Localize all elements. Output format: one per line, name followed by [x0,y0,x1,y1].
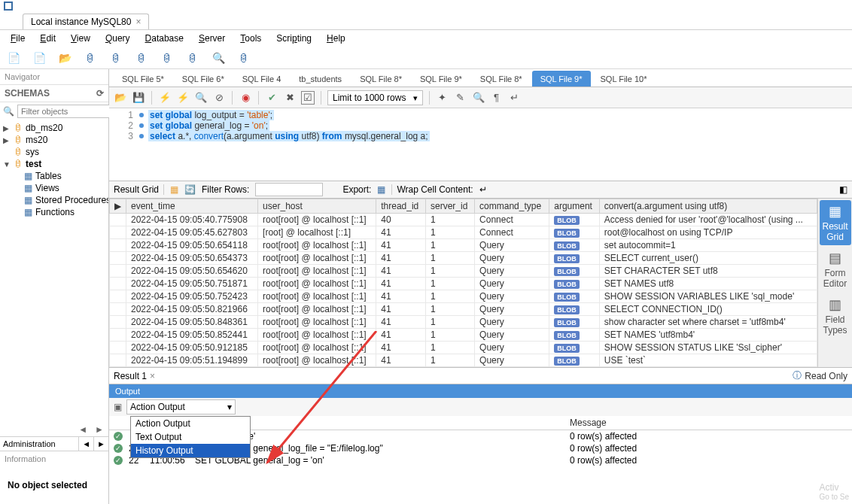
refresh-icon[interactable]: ⟳ [96,88,104,99]
close-icon[interactable]: × [135,17,141,27]
autocommit-icon[interactable]: ☑ [301,91,315,105]
column-header[interactable]: command_type [475,199,549,214]
file-tab[interactable]: tb_students [291,71,350,87]
find-icon[interactable]: 🔍 [472,91,485,105]
menu-database[interactable]: Database [139,32,190,45]
refresh-result-icon[interactable]: 🔄 [184,184,196,195]
table-row[interactable]: 2022-04-15 09:05:40.775908root[root] @ l… [110,214,817,226]
menu-file[interactable]: File [5,32,31,45]
output-option-action[interactable]: Action Output [131,417,250,430]
file-tab[interactable]: SQL File 6* [174,71,233,87]
table-row[interactable]: 2022-04-15 09:05:50.752423root[root] @ l… [110,290,817,303]
save-file-icon[interactable]: 💾 [132,91,145,105]
file-tab[interactable]: SQL File 8* [472,71,531,87]
table-row[interactable]: 2022-04-15 09:05:50.654118root[root] @ l… [110,239,817,252]
tree-item-db-ms20[interactable]: ▶🛢db_ms20 [0,122,108,134]
dashboard-icon[interactable]: 🛢 [236,50,251,65]
column-header[interactable]: user_host [258,199,376,214]
menu-help[interactable]: Help [321,32,351,45]
output-option-text[interactable]: Text Output [131,430,250,444]
file-tab[interactable]: SQL File 10* [592,71,656,87]
new-sql-icon[interactable]: 📄 [6,50,21,65]
table-row[interactable]: 2022-04-15 09:05:50.912185root[root] @ l… [110,342,817,354]
explain-icon[interactable]: 🔍 [194,91,208,105]
file-tab[interactable]: SQL File 4 [234,71,290,87]
tree-item-functions[interactable]: ▦Functions [0,206,108,218]
output-toggle-icon[interactable]: ▣ [114,402,122,412]
column-header[interactable]: server_id [426,199,475,214]
file-tab[interactable]: SQL File 9* [532,71,591,87]
brush-icon[interactable]: ✎ [454,91,467,105]
administration-tab[interactable]: Administration [0,437,79,451]
menu-tools[interactable]: Tools [234,32,267,45]
tree-item-test[interactable]: ▼🛢test [0,158,108,170]
open-file-icon[interactable]: 📂 [114,91,127,105]
nav-tab-right-icon[interactable]: ► [94,437,108,451]
filter-rows-input[interactable] [255,183,323,196]
beautify-icon[interactable]: ✦ [436,91,449,105]
table-row[interactable]: 2022-04-15 09:05:50.654620root[root] @ l… [110,265,817,278]
db-search-icon[interactable]: 🔍 [211,50,226,65]
column-header[interactable]: argument [549,199,599,214]
schemas-header: SCHEMAS ⟳ [0,85,108,102]
column-header[interactable]: thread_id [376,199,426,214]
tree-item-tables[interactable]: ▦Tables [0,170,108,182]
column-header[interactable]: convert(a.argument using utf8) [599,199,817,214]
result-tab[interactable]: Result 1 [114,371,147,381]
db-sync-icon[interactable]: 🛢 [160,50,175,65]
tree-item-views[interactable]: ▦Views [0,182,108,194]
commit-icon[interactable]: ✔ [265,91,278,105]
db-add-icon[interactable]: 🛢 [134,50,149,65]
limit-select[interactable]: Limit to 1000 rows ▾ [327,90,423,105]
file-tab[interactable]: SQL File 8* [351,71,410,87]
rollback-icon[interactable]: ✖ [283,91,297,105]
table-row[interactable]: 2022-04-15 09:05:45.627803[root] @ local… [110,226,817,239]
table-row[interactable]: 2022-04-15 09:05:50.821966root[root] @ l… [110,303,817,316]
file-tab[interactable]: SQL File 9* [412,71,470,87]
table-row[interactable]: 2022-04-15 09:05:50.852441root[root] @ l… [110,329,817,342]
db-migrate-icon[interactable]: 🛢 [185,50,200,65]
db-icon[interactable]: 🛢 [108,50,123,65]
stop-icon[interactable]: ◉ [239,91,252,105]
result-grid-button[interactable]: ▦Result Grid [820,200,851,245]
open-sql-icon[interactable]: 📂 [57,50,72,65]
menubar: File Edit View Query Database Server Too… [0,30,852,47]
navigator-header: Navigator [0,69,108,85]
sql-editor[interactable]: 1set global log_output = 'table';2set gl… [109,108,852,143]
toggle-panel-icon[interactable]: ◧ [839,184,847,195]
menu-view[interactable]: View [65,32,96,45]
result-header: Result Grid ▦ 🔄 Filter Rows: Export: ▦ W… [109,181,852,199]
close-result-icon[interactable]: × [150,371,155,381]
file-tab[interactable]: SQL File 5* [114,71,172,87]
menu-query[interactable]: Query [99,32,136,45]
form-editor-button[interactable]: ▤Form Editor [820,247,851,292]
table-row[interactable]: 2022-04-15 09:05:50.654373root[root] @ l… [110,252,817,265]
menu-server[interactable]: Server [193,32,231,45]
invisible-icon[interactable]: ¶ [490,91,504,105]
tree-item-ms20[interactable]: ▶🛢ms20 [0,134,108,146]
tree-item-sys[interactable]: 🛢sys [0,146,108,158]
new-sql-plus-icon[interactable]: 📄 [32,50,47,65]
tree-item-stored-procedures[interactable]: ▦Stored Procedures [0,194,108,206]
result-grid[interactable]: ▶event_timeuser_hostthread_idserver_idco… [109,199,817,367]
menu-scripting[interactable]: Scripting [270,32,318,45]
nav-tab-left-icon[interactable]: ◄ [79,437,94,451]
stop-on-error-icon[interactable]: ⊘ [212,91,226,105]
column-header[interactable]: event_time [126,199,258,214]
menu-edit[interactable]: Edit [34,32,62,45]
wrap-cell-icon[interactable]: ↵ [479,184,487,195]
field-types-button[interactable]: ▥Field Types [820,293,851,339]
output-option-history[interactable]: History Output [131,444,250,457]
connection-tab[interactable]: Local instance MySQL80 × [23,14,149,29]
grid-view-icon[interactable]: ▦ [170,184,178,195]
table-row[interactable]: 2022-04-15 09:05:51.194899root[root] @ l… [110,354,817,367]
table-row[interactable]: 2022-04-15 09:05:50.751871root[root] @ l… [110,278,817,290]
execute-icon[interactable]: ⚡ [158,91,172,105]
export-icon[interactable]: ▦ [377,184,385,195]
inspector-icon[interactable]: 🛢 [83,50,98,65]
output-select[interactable]: Action Output▾ [126,399,236,414]
file-tabs: SQL File 5*SQL File 6*SQL File 4tb_stude… [109,69,852,87]
execute-current-icon[interactable]: ⚡ [176,91,190,105]
table-row[interactable]: 2022-04-15 09:05:50.848361root[root] @ l… [110,316,817,329]
wrap-icon[interactable]: ↵ [508,91,522,105]
